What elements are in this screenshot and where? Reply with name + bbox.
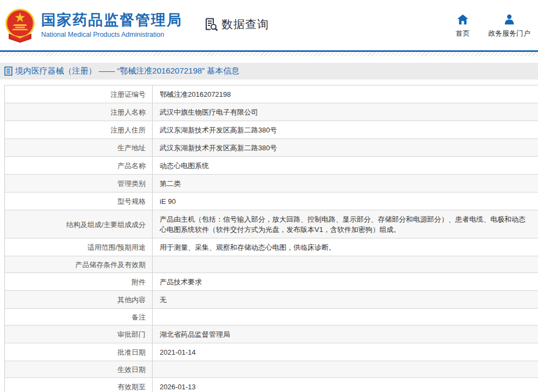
field-label-text: 适用范围/预期用途	[87, 243, 146, 252]
field-label-text: 结构及组成/主要组成成分	[66, 220, 146, 229]
field-label-text: 审批部门	[117, 330, 146, 339]
field-value	[153, 256, 538, 273]
table-row: 附件 产品技术要求	[5, 273, 538, 291]
site-header: 国家药品监督管理局 National Medical Products Admi…	[0, 0, 538, 50]
brand-logo-block[interactable]: 国家药品监督管理局 National Medical Products Admi…	[4, 8, 182, 43]
breadcrumb: 境内医疗器械（注册） —— “鄂械注准20162072198” 基本信息	[0, 63, 538, 79]
table-row: 生产地址 武汉东湖新技术开发区高新二路380号	[5, 139, 538, 157]
field-value: 2021-01-14	[153, 343, 538, 361]
field-label-text: 管理类别	[117, 179, 146, 188]
field-label: 备注	[5, 309, 153, 325]
breadcrumb-text: 境内医疗器械（注册） —— “鄂械注准20162072198” 基本信息	[15, 66, 239, 76]
nav-portal[interactable]: 政务服务门户	[488, 14, 530, 38]
field-label: 产品储存条件及有效期	[5, 256, 153, 273]
data-query-entry[interactable]: 数据查询	[204, 17, 269, 32]
hatch-band	[0, 52, 538, 56]
table-row: 备注	[5, 309, 538, 325]
field-value	[153, 309, 538, 325]
field-value: 产品由主机（包括：信号输入部分，放大回路、控制电路、显示部分、存储部分和电源部分…	[153, 210, 538, 238]
table-row: 适用范围/预期用途 用于测量、采集、观察和存储动态心电图，供临床诊断。	[5, 238, 538, 256]
field-label-text: 产品储存条件及有效期	[75, 260, 146, 269]
field-label-text: 注册证编号	[110, 90, 146, 99]
nav-portal-label: 政务服务门户	[488, 29, 530, 38]
table-row: 型号规格 iE 90	[5, 192, 538, 210]
field-label-text: 批准日期	[117, 348, 146, 357]
document-search-icon	[204, 17, 218, 31]
field-value: 武汉东湖新技术开发区高新二路380号	[153, 139, 538, 156]
field-label-text: 注册人住所	[110, 125, 146, 135]
field-label: 生产地址	[5, 139, 153, 156]
table-row: 产品名称 动态心电图系统	[5, 157, 538, 175]
field-value: 无	[153, 291, 538, 308]
field-label: 有效期至	[5, 378, 153, 392]
field-label: 附件	[5, 273, 153, 290]
document-icon	[4, 67, 12, 76]
field-label: 产品名称	[5, 157, 153, 174]
field-label: 其他内容	[5, 291, 153, 308]
section-title: 数据查询	[221, 17, 269, 32]
header-nav: 首页 政务服务门户	[456, 14, 538, 38]
table-row: 注册证编号 鄂械注准20162072198	[5, 85, 538, 103]
field-value: 鄂械注准20162072198	[153, 85, 538, 103]
table-row: 产品储存条件及有效期	[5, 256, 538, 273]
table-row: 其他内容 无	[5, 291, 538, 309]
field-value: 2026-01-13	[153, 378, 538, 392]
field-label: 注册证编号	[5, 85, 153, 103]
registration-info-table: 注册证编号 鄂械注准20162072198 注册人名称 武汉中旗生物医疗电子有限…	[4, 85, 538, 392]
field-label: 型号规格	[5, 192, 153, 210]
field-value: 武汉东湖新技术开发区高新二路380号	[153, 121, 538, 138]
field-value: 武汉中旗生物医疗电子有限公司	[153, 103, 538, 121]
table-row: 批准日期 2021-01-14	[5, 343, 538, 361]
user-icon	[503, 14, 515, 25]
field-label-text: 型号规格	[117, 197, 146, 206]
table-row: 生效日期	[5, 361, 538, 378]
field-label: 生效日期	[5, 361, 153, 377]
field-value: 湖北省药品监督管理局	[153, 325, 538, 343]
nav-home[interactable]: 首页	[456, 14, 470, 38]
field-label: 注册人住所	[5, 121, 153, 138]
field-value: 用于测量、采集、观察和存储动态心电图，供临床诊断。	[153, 238, 538, 256]
field-value	[153, 361, 538, 377]
table-row: 结构及组成/主要组成成分 产品由主机（包括：信号输入部分，放大回路、控制电路、显…	[5, 210, 538, 238]
field-label-text: 生效日期	[117, 365, 146, 374]
field-label: 注册人名称	[5, 103, 153, 121]
field-label-text: 有效期至	[117, 382, 146, 391]
field-label: 批准日期	[5, 343, 153, 361]
table-row: 有效期至 2026-01-13	[5, 378, 538, 392]
table-row: 注册人名称 武汉中旗生物医疗电子有限公司	[5, 103, 538, 121]
field-label: 适用范围/预期用途	[5, 238, 153, 256]
field-label: 管理类别	[5, 175, 153, 192]
nav-home-label: 首页	[456, 29, 470, 38]
table-row: 审批部门 湖北省药品监督管理局	[5, 325, 538, 343]
org-name-zh: 国家药品监督管理局	[41, 12, 182, 29]
brand-text: 国家药品监督管理局 National Medical Products Admi…	[41, 12, 182, 38]
field-label: 审批部门	[5, 325, 153, 343]
field-label-text: 附件	[132, 277, 146, 287]
field-label-text: 备注	[132, 313, 146, 322]
field-label-text: 注册人名称	[110, 108, 146, 117]
table-row: 注册人住所 武汉东湖新技术开发区高新二路380号	[5, 121, 538, 139]
field-label-text: 生产地址	[117, 143, 146, 152]
field-label: 结构及组成/主要组成成分	[5, 210, 153, 238]
field-value: iE 90	[153, 192, 538, 210]
national-emblem-icon	[4, 8, 36, 43]
field-label-text: 其他内容	[117, 295, 146, 304]
home-icon	[457, 14, 469, 25]
field-label-text: 产品名称	[117, 161, 146, 170]
org-name-en: National Medical Products Administration	[41, 31, 182, 38]
table-row: 管理类别 第二类	[5, 175, 538, 192]
field-value: 产品技术要求	[153, 273, 538, 290]
field-value: 第二类	[153, 175, 538, 192]
field-value: 动态心电图系统	[153, 157, 538, 174]
